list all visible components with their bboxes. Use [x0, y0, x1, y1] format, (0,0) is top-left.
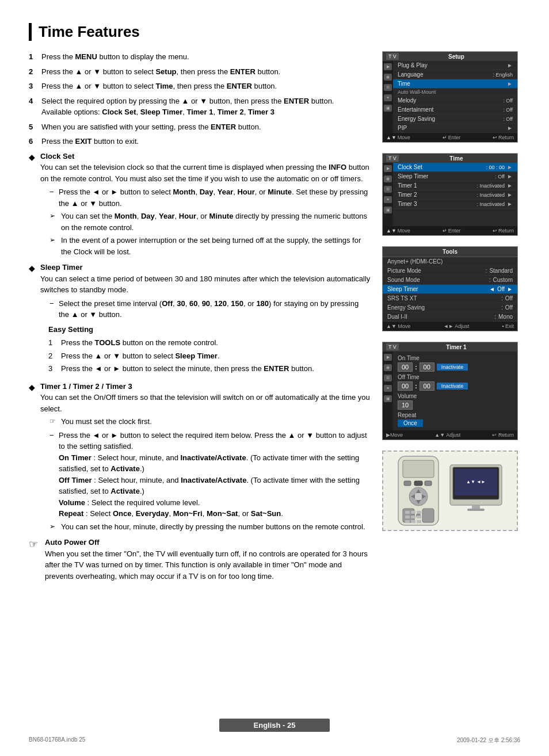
tools-row-6: Dual I-II : Mono	[383, 312, 517, 322]
timer1-vol-label: Volume	[398, 393, 513, 399]
step-3-content: Press the ▲ or ▼ button to select Time, …	[41, 81, 371, 92]
svg-rect-29	[467, 509, 485, 511]
tools-row-6-val: Mono	[498, 314, 513, 320]
svg-rect-16	[411, 511, 415, 514]
page-footer: English - 25 BN68-01768A.indb 25 2009-01…	[0, 719, 549, 744]
tools-header: Tools	[383, 247, 517, 257]
svg-rect-18	[405, 516, 410, 518]
easy-step-3: 3 Press the ◄ or ► button to select the …	[48, 363, 371, 375]
clock-arrow-2-text: In the event of a power interruption or …	[61, 235, 371, 257]
dash-icon-1: −	[49, 186, 55, 209]
tools-row-2-right: : Custom	[489, 277, 513, 283]
timer-note-1-text: You must set the clock first.	[61, 416, 152, 427]
setup-row-3-label: Auto Wall-Mount	[398, 89, 436, 95]
side-icon-2: ◉	[384, 74, 392, 81]
setup-row-2: Time ►	[393, 79, 517, 89]
dash-icon-2: −	[49, 298, 55, 320]
tools-row-3-larrow: ◄	[489, 286, 495, 292]
timer1-footer-return: ↩ Return	[492, 432, 514, 438]
sleep-timer-section: ◆ Sleep Timer You can select a time peri…	[29, 262, 371, 376]
clock-sub-1: − Press the ◄ or ► button to select Mont…	[49, 186, 371, 209]
step-4: 4 Select the required option by pressing…	[29, 96, 371, 118]
arrow-icon-3: ➢	[49, 521, 58, 533]
timer1-vol-val: 10	[398, 400, 413, 410]
clock-set-title: Clock Set	[40, 152, 74, 161]
timer1-on-h[interactable]: 00	[398, 362, 413, 372]
timer-sub-1: − Press the ◄ or ► button to select the …	[49, 430, 371, 520]
footer-file-info: BN68-01768A.indb 25 2009-01-22 오후 2:56:3…	[0, 736, 549, 744]
setup-main-content: Plug & Play ► Language : English Time ►	[393, 61, 517, 133]
time-row-3-arrow: ►	[507, 192, 513, 198]
timer1-on-m[interactable]: 00	[420, 362, 434, 372]
timer1-off-h[interactable]: 00	[398, 381, 413, 391]
setup-footer: ▲▼ Move ↵ Enter ↩ Return	[383, 133, 517, 142]
easy-step-2-num: 2	[48, 350, 56, 362]
right-column: T V Setup ▶ ◉ ⚙ ✦ ▣ Plug & Play	[382, 51, 520, 585]
time-row-0-value: : 00 : 00	[486, 165, 505, 170]
easy-step-1-text: Press the TOOLS button on the remote con…	[61, 337, 218, 349]
content-area: 1 Press the MENU button to display the m…	[29, 51, 520, 585]
arrow-icon-1: ➢	[49, 211, 58, 233]
setup-row-7-label: PIP	[398, 125, 407, 131]
step-4-content: Select the required option by pressing t…	[41, 96, 371, 118]
timer1-side-icon-2: ◉	[384, 364, 392, 371]
timer1-side-icons: ▶ ◉ ⚙ ✦ ▣	[383, 352, 393, 430]
svg-rect-15	[405, 511, 410, 514]
timer1-screen: T V Timer 1 ▶ ◉ ⚙ ✦ ▣ On Time	[382, 342, 518, 440]
timer1-off-colon: :	[415, 383, 417, 390]
timer1-off-btn[interactable]: Inactivate	[437, 383, 468, 390]
enter-icon: ↵	[443, 135, 447, 140]
time-footer-move: ▲▼ Move	[386, 228, 410, 234]
diamond-icon-2: ◆	[29, 262, 37, 376]
setup-row-4-value: : Off	[503, 98, 513, 104]
auto-power-off-section: ☞ Auto Power Off When you set the timer …	[29, 537, 371, 582]
setup-footer-enter: ↵ Enter	[443, 135, 461, 140]
time-row-4: Timer 3 : Inactivated ►	[393, 200, 517, 209]
remote-control-area: ▲▼ ◄►	[382, 450, 518, 531]
setup-row-3: Auto Wall-Mount	[393, 89, 517, 96]
step-3: 3 Press the ▲ or ▼ button to select Time…	[29, 81, 371, 92]
timer1-side-icon-1: ▶	[384, 354, 392, 361]
setup-row-0-arrow: ►	[507, 62, 513, 68]
easy-setting-label: Easy Setting	[48, 324, 371, 335]
move-icon: ▲▼	[386, 135, 396, 140]
time-side-icons: ▶ ◉ ⚙ ✦ ▣	[383, 163, 393, 226]
svg-rect-22	[411, 520, 415, 523]
timer1-off-row: 00 : 00 Inactivate	[398, 381, 513, 391]
step-6: 6 Press the EXIT button to exit.	[29, 136, 371, 147]
dash-icon-3: −	[49, 430, 55, 520]
sleep-timer-content: Sleep Timer You can select a time period…	[40, 262, 371, 376]
tools-row-5-label: Energy Saving	[387, 304, 425, 311]
footer-file: BN68-01768A.indb 25	[29, 736, 85, 744]
timer1-off-m[interactable]: 00	[420, 381, 434, 391]
timer1-on-btn[interactable]: Inactivate	[437, 364, 468, 371]
timer1-off-label: Off Time	[398, 374, 513, 380]
timer1-on-label: On Time	[398, 355, 513, 361]
time-move-icon: ▲▼	[386, 228, 396, 234]
side-icon-1: ▶	[384, 63, 392, 70]
time-main-content: Clock Set : 00 : 00 ► Sleep Timer : Off …	[393, 163, 517, 226]
svg-rect-23	[417, 520, 421, 523]
timer1-title: Timer 1	[446, 344, 466, 350]
return-icon: ↩	[493, 135, 497, 140]
tools-row-6-label: Dual I-II	[387, 314, 407, 320]
svg-text:▲▼ ◄►: ▲▼ ◄►	[466, 479, 486, 484]
setup-row-0: Plug & Play ►	[393, 61, 517, 70]
tools-row-3-label: Sleep Timer	[387, 286, 418, 292]
tools-row-5-colon: :	[501, 304, 503, 311]
tools-row-3-right: ◄ Off ►	[489, 286, 513, 292]
diamond-icon-3: ◆	[29, 381, 37, 533]
page-container: Time Features 1 Press the MENU button to…	[0, 0, 549, 756]
time-return-icon: ↩	[493, 228, 497, 234]
svg-rect-19	[411, 516, 415, 518]
timer1-side-icon-5: ▣	[384, 395, 392, 402]
step-3-num: 3	[29, 81, 37, 92]
time-row-3-value: : Inactivated	[477, 192, 505, 198]
timer-arrow-1-text: You can set the hour, minute, directly b…	[61, 521, 365, 533]
time-tv-label: T V	[386, 155, 399, 162]
step-6-num: 6	[29, 136, 37, 147]
step-2: 2 Press the ▲ or ▼ button to select Setu…	[29, 66, 371, 78]
tools-row-4-val: Off	[505, 295, 513, 301]
step-1-content: Press the MENU button to display the men…	[41, 51, 371, 63]
time-enter-icon: ↵	[443, 228, 447, 234]
